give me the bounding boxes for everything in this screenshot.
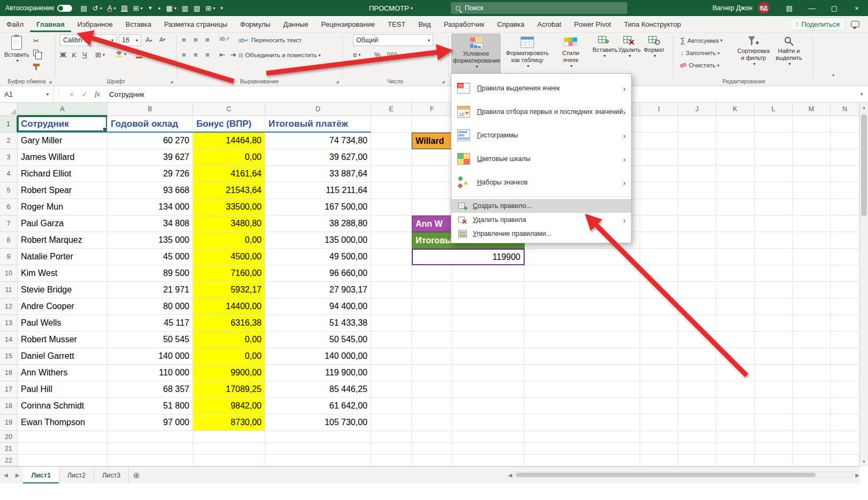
cell[interactable] <box>755 282 793 298</box>
column-header-I[interactable]: I <box>640 103 678 116</box>
cell[interactable] <box>371 249 412 265</box>
cell[interactable] <box>678 431 716 443</box>
cell-employee-name[interactable]: Richard Elliot <box>18 166 107 182</box>
horizontal-scroll-track[interactable] <box>514 472 854 478</box>
cell[interactable] <box>716 431 755 443</box>
cell[interactable] <box>716 298 755 315</box>
ribbon-tab-12[interactable]: Acrobat <box>531 16 568 32</box>
merge-center-button[interactable]: ⊟Объединить и поместить▾ <box>239 52 321 58</box>
cell-bonus[interactable]: 0,00 <box>193 348 265 365</box>
filter-icon[interactable]: ▼ <box>145 0 156 16</box>
column-header-A[interactable]: A <box>18 103 107 116</box>
cell-salary[interactable]: 50 545 <box>107 332 193 348</box>
row-header-13[interactable]: 13 <box>0 315 18 332</box>
cell[interactable] <box>640 348 678 365</box>
cell[interactable] <box>412 414 452 431</box>
cell[interactable] <box>755 365 793 381</box>
cell[interactable] <box>18 443 107 455</box>
cell[interactable] <box>831 265 859 282</box>
cell-bonus[interactable]: 4500,00 <box>193 249 265 265</box>
cell-salary[interactable]: 110 000 <box>107 365 193 381</box>
cell[interactable] <box>107 455 193 466</box>
menu-item-large-2[interactable]: Гистограммы› <box>451 124 631 147</box>
document-title[interactable]: ПРОСМОТР▾ <box>369 0 413 16</box>
cell[interactable] <box>371 282 412 298</box>
cell[interactable] <box>755 298 793 315</box>
cell-employee-name[interactable]: Paul Garza <box>18 216 107 232</box>
cell-total[interactable]: 74 734,80 <box>265 133 371 149</box>
copy-icon[interactable]: ▾ <box>33 50 42 56</box>
cell[interactable] <box>107 443 193 455</box>
cell[interactable] <box>107 431 193 443</box>
cancel-icon[interactable]: × <box>65 90 78 98</box>
borders-icon[interactable]: ⊞▾ <box>130 0 145 16</box>
cell[interactable] <box>755 149 793 166</box>
cell[interactable] <box>793 232 831 249</box>
cell[interactable] <box>793 332 831 348</box>
cell-salary[interactable]: 51 800 <box>107 398 193 414</box>
cell[interactable] <box>371 431 412 443</box>
cell[interactable] <box>716 149 755 166</box>
increase-font-icon[interactable]: А▴ <box>145 36 152 44</box>
cell-salary[interactable]: 45 000 <box>107 249 193 265</box>
cell[interactable] <box>678 182 716 199</box>
cell[interactable] <box>678 116 716 133</box>
cell[interactable] <box>525 431 640 443</box>
cell[interactable] <box>193 431 265 443</box>
column-header-N[interactable]: N <box>831 103 859 116</box>
cell[interactable] <box>525 298 640 315</box>
cell[interactable] <box>793 298 831 315</box>
cell-total[interactable]: 33 887,64 <box>265 166 371 182</box>
cell[interactable] <box>793 315 831 332</box>
cell[interactable] <box>831 332 859 348</box>
cell[interactable] <box>452 443 525 455</box>
cell[interactable] <box>831 282 859 298</box>
cell[interactable] <box>371 398 412 414</box>
cell-employee-name[interactable]: Gary Miller <box>18 133 107 149</box>
align-middle-icon[interactable]: ≡ <box>194 36 198 44</box>
cell[interactable] <box>716 332 755 348</box>
cell[interactable] <box>831 182 859 199</box>
cell-employee-name[interactable]: Andre Cooper <box>18 298 107 315</box>
cell[interactable] <box>640 133 678 149</box>
user-avatar[interactable]: ВД <box>758 2 770 14</box>
cell[interactable] <box>412 116 452 133</box>
cell[interactable] <box>793 249 831 265</box>
cell[interactable] <box>525 365 640 381</box>
cell[interactable] <box>755 315 793 332</box>
cell[interactable] <box>371 381 412 398</box>
cell[interactable] <box>640 265 678 282</box>
cell[interactable] <box>412 365 452 381</box>
cell[interactable] <box>640 149 678 166</box>
cell[interactable] <box>678 298 716 315</box>
row-header-9[interactable]: 9 <box>0 249 18 265</box>
italic-button[interactable]: К <box>72 51 76 59</box>
cell[interactable] <box>831 398 859 414</box>
cell[interactable] <box>793 365 831 381</box>
cell[interactable] <box>755 414 793 431</box>
cell-total[interactable]: 61 642,00 <box>265 398 371 414</box>
cell[interactable] <box>412 199 452 216</box>
cell[interactable] <box>371 315 412 332</box>
cell[interactable] <box>831 166 859 182</box>
paste-button[interactable]: Вставить ▾ <box>3 34 30 78</box>
cut-icon[interactable]: ✂ <box>33 37 39 45</box>
row-header-14[interactable]: 14 <box>0 332 18 348</box>
cell[interactable] <box>716 199 755 216</box>
increase-decimal-icon[interactable]: ←,0 <box>408 52 417 57</box>
cell[interactable] <box>793 431 831 443</box>
cell[interactable] <box>452 398 525 414</box>
cell-total[interactable]: 38 288,80 <box>265 216 371 232</box>
cell-salary[interactable]: 60 270 <box>107 133 193 149</box>
sheet-nav-left-icon[interactable]: ◀ <box>0 467 12 483</box>
cell-employee-name[interactable]: Stevie Bridge <box>18 282 107 298</box>
cell[interactable] <box>525 381 640 398</box>
scroll-right-icon[interactable]: ▶ <box>855 472 859 478</box>
number-format-combo[interactable]: Общий▾ <box>353 34 433 46</box>
row-header-5[interactable]: 5 <box>0 182 18 199</box>
cell[interactable] <box>640 249 678 265</box>
cell[interactable] <box>525 265 640 282</box>
cell[interactable] <box>452 381 525 398</box>
cell-total[interactable]: 135 000,00 <box>265 232 371 249</box>
row-header-3[interactable]: 3 <box>0 149 18 166</box>
